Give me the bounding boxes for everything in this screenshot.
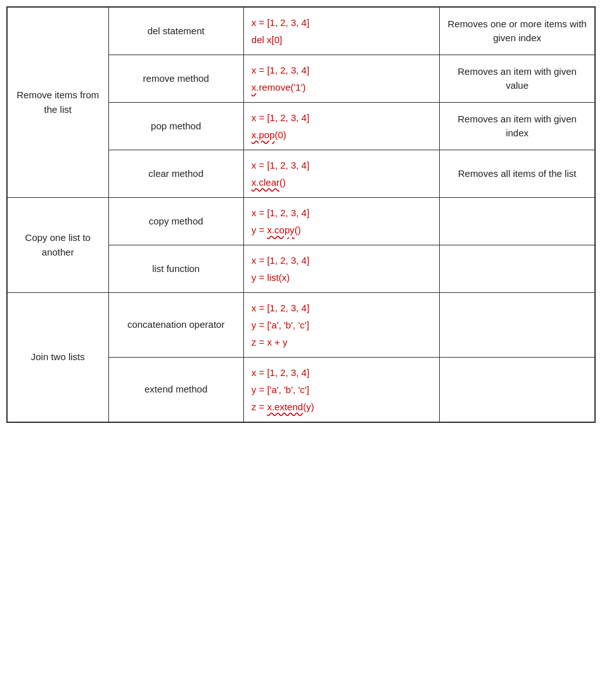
code-remove: x = [1, 2, 3, 4] x.remove('1') bbox=[243, 55, 439, 103]
method-label-del: del statement bbox=[108, 7, 243, 55]
desc-clear: Removes all items of the list bbox=[440, 150, 595, 198]
code-extend: x = [1, 2, 3, 4] y = ['a', 'b', 'c'] z =… bbox=[243, 358, 439, 423]
method-label-list: list function bbox=[108, 245, 243, 293]
table-row: Join two lists concatenation operator x … bbox=[7, 293, 595, 358]
data-table: Remove items from the list del statement… bbox=[6, 6, 596, 423]
method-label-pop: pop method bbox=[108, 103, 243, 150]
code-concat: x = [1, 2, 3, 4] y = ['a', 'b', 'c'] z =… bbox=[243, 293, 439, 358]
desc-remove: Removes an item with given value bbox=[440, 55, 595, 103]
desc-list bbox=[440, 245, 595, 293]
code-copy: x = [1, 2, 3, 4] y = x.copy() bbox=[243, 198, 439, 245]
section-label-remove: Remove items from the list bbox=[7, 7, 108, 198]
desc-del: Removes one or more items with given ind… bbox=[440, 7, 595, 55]
code-del: x = [1, 2, 3, 4] del x[0] bbox=[243, 7, 439, 55]
method-label-extend: extend method bbox=[108, 358, 243, 423]
section-label-join: Join two lists bbox=[7, 293, 108, 423]
main-table-container: Remove items from the list del statement… bbox=[6, 6, 596, 423]
table-row: Remove items from the list del statement… bbox=[7, 7, 595, 55]
method-label-copy: copy method bbox=[108, 198, 243, 245]
code-clear: x = [1, 2, 3, 4] x.clear() bbox=[243, 150, 439, 198]
desc-extend bbox=[440, 358, 595, 423]
table-row: Copy one list to another copy method x =… bbox=[7, 198, 595, 245]
desc-concat bbox=[440, 293, 595, 358]
desc-pop: Removes an item with given index bbox=[440, 103, 595, 150]
method-label-remove: remove method bbox=[108, 55, 243, 103]
code-list: x = [1, 2, 3, 4] y = list(x) bbox=[243, 245, 439, 293]
desc-copy bbox=[440, 198, 595, 245]
method-label-clear: clear method bbox=[108, 150, 243, 198]
code-pop: x = [1, 2, 3, 4] x.pop(0) bbox=[243, 103, 439, 150]
method-label-concat: concatenation operator bbox=[108, 293, 243, 358]
section-label-copy: Copy one list to another bbox=[7, 198, 108, 293]
